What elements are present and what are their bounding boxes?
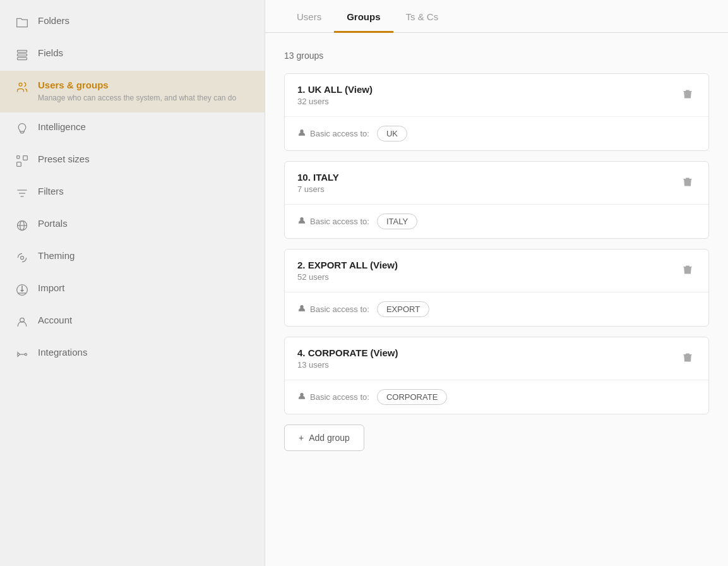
users-groups-icon (15, 80, 29, 94)
delete-group-button[interactable] (679, 86, 696, 104)
tab-users[interactable]: Users (284, 0, 334, 33)
groups-count: 13 groups (284, 51, 709, 61)
sidebar-item-preset-sizes[interactable]: Preset sizes (0, 145, 265, 177)
trash-icon (682, 264, 693, 277)
basic-access-label: Basic access to: (297, 392, 369, 402)
access-tag: CORPORATE (377, 389, 447, 405)
group-title: 1. UK ALL (View) (297, 84, 373, 95)
sidebar-item-label-users-groups: Users & groups (38, 80, 236, 90)
group-card-header: 1. UK ALL (View) 32 users (285, 74, 708, 117)
import-icon (15, 283, 29, 297)
basic-access-text: Basic access to: (310, 217, 369, 226)
svg-rect-6 (23, 155, 28, 160)
person-icon (297, 216, 306, 227)
delete-group-button[interactable] (679, 262, 696, 280)
basic-access-text: Basic access to: (310, 304, 369, 314)
svg-point-13 (21, 256, 24, 259)
group-users: 13 users (297, 360, 398, 370)
svg-rect-1 (18, 54, 27, 56)
access-tag: EXPORT (377, 301, 429, 317)
person-icon (297, 128, 306, 139)
basic-access-text: Basic access to: (310, 392, 369, 402)
delete-group-button[interactable] (679, 349, 696, 368)
access-tag: UK (377, 126, 407, 142)
svg-point-17 (25, 353, 27, 355)
sidebar-item-label-filters: Filters (38, 186, 64, 196)
svg-line-19 (18, 352, 19, 354)
sidebar-item-label-portals: Portals (38, 218, 68, 229)
integrations-icon (15, 347, 29, 361)
content-area: 13 groups 1. UK ALL (View) 32 users Basi… (265, 33, 728, 566)
sidebar-item-account[interactable]: Account (0, 306, 265, 338)
sidebar-item-intelligence[interactable]: Intelligence (0, 112, 265, 145)
sidebar-item-filters[interactable]: Filters (0, 177, 265, 209)
group-card-header: 10. ITALY 7 users (285, 162, 708, 205)
group-title: 2. EXPORT ALL (View) (297, 260, 398, 270)
sidebar-item-label-folders: Folders (38, 15, 69, 26)
group-card-group-3: 2. EXPORT ALL (View) 52 users Basic acce… (284, 249, 709, 327)
preset-sizes-icon (15, 154, 29, 168)
tab-groups[interactable]: Groups (334, 0, 393, 33)
group-card-body: Basic access to: UK (285, 117, 708, 150)
sidebar-item-label-intelligence: Intelligence (38, 121, 86, 132)
main-content: UsersGroupsTs & Cs 13 groups 1. UK ALL (… (265, 0, 728, 566)
add-group-button[interactable]: + Add group (284, 424, 364, 451)
access-tag: ITALY (377, 214, 417, 229)
group-users: 32 users (297, 97, 373, 106)
fields-icon (15, 48, 29, 62)
sidebar-item-label-theming: Theming (38, 250, 75, 261)
svg-rect-5 (17, 155, 20, 158)
basic-access-label: Basic access to: (297, 304, 369, 315)
filters-icon (15, 186, 29, 200)
add-group-label: Add group (309, 433, 350, 443)
folders-icon (15, 16, 29, 30)
trash-icon (682, 176, 693, 190)
basic-access-label: Basic access to: (297, 128, 369, 139)
sidebar-item-label-account: Account (38, 315, 72, 325)
group-card-body: Basic access to: EXPORT (285, 292, 708, 326)
sidebar-item-folders[interactable]: Folders (0, 6, 265, 39)
group-card-group-2: 10. ITALY 7 users Basic access to: ITALY (284, 161, 709, 239)
sidebar-item-label-fields: Fields (38, 47, 63, 58)
sidebar-item-integrations[interactable]: Integrations (0, 338, 265, 370)
group-title: 10. ITALY (297, 172, 339, 183)
sidebar-item-import[interactable]: Import (0, 274, 265, 306)
tab-tscs[interactable]: Ts & Cs (393, 0, 451, 33)
group-card-group-4: 4. CORPORATE (View) 13 users Basic acces… (284, 337, 709, 414)
account-icon (15, 315, 29, 329)
sidebar: FoldersFieldsUsers & groupsManage who ca… (0, 0, 265, 566)
portals-icon (15, 219, 29, 232)
trash-icon (682, 88, 693, 102)
group-card-header: 2. EXPORT ALL (View) 52 users (285, 250, 708, 292)
svg-point-16 (18, 353, 20, 355)
sidebar-item-portals[interactable]: Portals (0, 209, 265, 241)
sidebar-item-desc-users-groups: Manage who can access the system, and wh… (38, 93, 236, 104)
sidebar-item-fields[interactable]: Fields (0, 39, 265, 71)
sidebar-item-label-preset-sizes: Preset sizes (38, 154, 90, 164)
group-users: 52 users (297, 272, 398, 282)
person-icon (297, 392, 306, 402)
group-users: 7 users (297, 184, 339, 194)
group-title: 4. CORPORATE (View) (297, 347, 398, 358)
sidebar-item-label-import: Import (38, 282, 65, 293)
svg-rect-2 (18, 57, 27, 59)
trash-icon (682, 352, 693, 365)
group-card-group-1: 1. UK ALL (View) 32 users Basic access t… (284, 73, 709, 151)
delete-group-button[interactable] (679, 174, 696, 192)
sidebar-item-theming[interactable]: Theming (0, 241, 265, 274)
basic-access-text: Basic access to: (310, 129, 369, 138)
tabs-bar: UsersGroupsTs & Cs (265, 0, 728, 33)
groups-list: 1. UK ALL (View) 32 users Basic access t… (284, 73, 709, 414)
sidebar-item-users-groups[interactable]: Users & groupsManage who can access the … (0, 71, 265, 112)
svg-rect-4 (17, 162, 21, 166)
sidebar-item-label-integrations: Integrations (38, 347, 87, 358)
plus-icon: + (299, 433, 304, 443)
svg-point-3 (19, 83, 22, 86)
group-card-body: Basic access to: ITALY (285, 205, 708, 238)
group-card-header: 4. CORPORATE (View) 13 users (285, 337, 708, 380)
person-icon (297, 304, 306, 315)
theming-icon (15, 251, 29, 265)
intelligence-icon (15, 122, 29, 136)
group-card-body: Basic access to: CORPORATE (285, 380, 708, 414)
svg-line-20 (18, 355, 19, 357)
